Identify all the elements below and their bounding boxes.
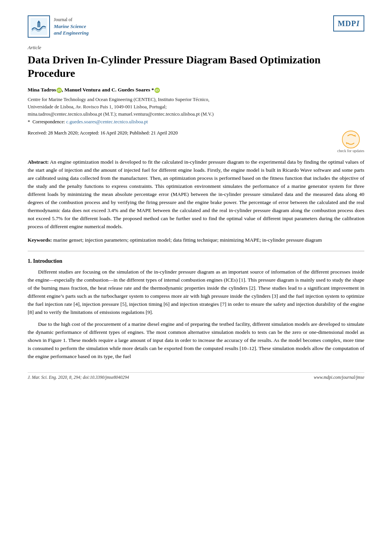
received-line: Received: 28 March 2020; Accepted: 16 Ap… [28,130,364,153]
corresponding-asterisk: * [151,87,154,93]
abstract-section: Abstract: An engine optimization model i… [28,158,364,231]
keywords-text: marine genset; injection parameters; opt… [52,237,322,243]
section-divider [28,251,364,251]
page-footer: J. Mar. Sci. Eng. 2020, 8, 294; doi:10.3… [28,372,364,380]
svg-rect-1 [37,23,40,27]
correspondence-email[interactable]: c.guedes.soares@centec.tecnico.ulisboa.p… [66,119,148,124]
received-text: Received: 28 March 2020; Accepted: 16 Ap… [28,130,178,136]
mdpi-logo: MDPI [333,15,364,32]
article-type: Article [28,45,364,51]
footer-left: J. Mar. Sci. Eng. 2020, 8, 294; doi:10.3… [28,375,129,380]
section-1-heading: 1. Introduction [28,258,364,264]
abstract-text: An engine optimization model is develope… [28,159,364,229]
journal-name-text: Journal of Marine Science and Engineerin… [54,17,89,36]
orcid-icon-2: iD [154,88,160,93]
section-1-title: Introduction [33,258,62,264]
article-title: Data Driven In-Cylinder Pressure Diagram… [28,53,364,80]
check-updates-label: check for updates [337,149,364,153]
footer-right: www.mdpi.com/journal/jmse [314,375,364,380]
journal-icon [28,15,50,38]
keywords-label: Keywords: [28,237,52,243]
author-2: Manuel Ventura and C. Guedes Soares [64,87,151,93]
correspondence-line: * Correspondence: c.guedes.soares@centec… [28,119,364,125]
page-header: Journal of Marine Science and Engineerin… [28,15,364,38]
orcid-icon-1: iD [56,88,62,93]
author-1: Mina Tadros [28,87,56,93]
intro-paragraph-2: Due to the high cost of the procurement … [28,320,364,361]
intro-paragraph-1: Different studies are focusing on the si… [28,268,364,317]
journal-logo: Journal of Marine Science and Engineerin… [28,15,89,38]
authors-line: Mina TadrosiD, Manuel Ventura and C. Gue… [28,87,364,93]
section-1-number: 1. [28,258,32,264]
keywords-section: Keywords: marine genset; injection param… [28,236,364,244]
affiliation-block: Centre for Marine Technology and Ocean E… [28,96,364,118]
check-updates-badge[interactable]: check for updates [337,130,364,153]
abstract-label: Abstract: [28,159,49,165]
